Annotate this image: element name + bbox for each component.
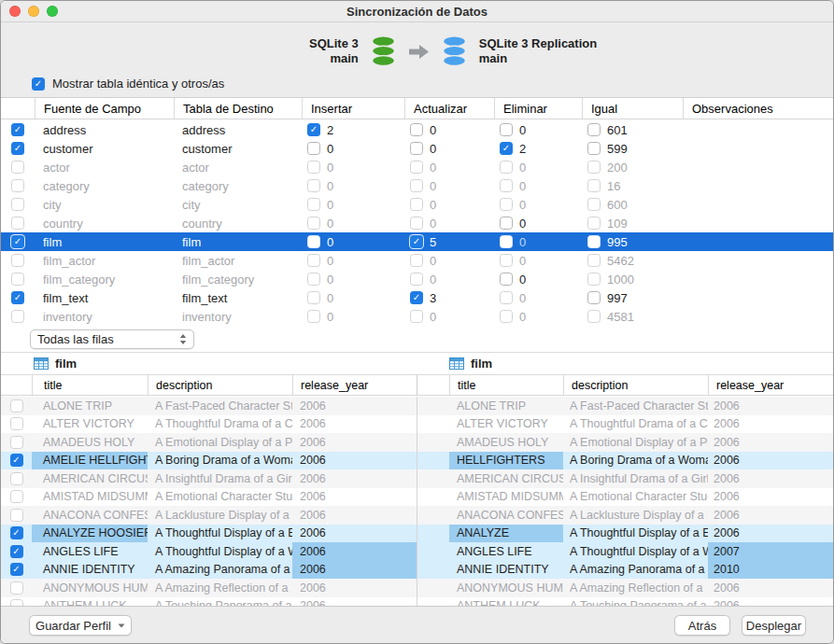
checkbox[interactable] [410,291,423,304]
checkbox[interactable] [587,217,601,230]
checkbox[interactable] [500,235,513,248]
checkbox[interactable] [500,123,513,136]
checkbox[interactable] [307,179,320,192]
rows-filter-dropdown[interactable]: Todas las filas [30,329,194,349]
sync-table-row[interactable]: film_textfilm_text030997 [1,288,833,307]
checkbox[interactable] [307,310,320,323]
checkbox[interactable] [10,545,23,558]
checkbox[interactable] [307,291,320,304]
checkbox[interactable] [10,436,23,449]
checkbox[interactable] [307,161,320,174]
deploy-button[interactable]: Desplegar [742,615,806,636]
sync-table-row[interactable]: actoractor000200 [1,158,833,176]
checkbox[interactable] [307,217,320,230]
checkbox[interactable] [587,291,601,304]
detail-table-row[interactable]: AMISTAD MIDSUMMERA Emotional Character S… [1,488,833,507]
checkbox[interactable] [11,254,24,267]
checkbox[interactable] [410,198,423,211]
detail-table-row[interactable]: ALTER VICTORYA Thoughtful Drama of a Cc2… [1,415,833,434]
checkbox[interactable] [10,509,23,522]
checkbox[interactable] [307,235,320,248]
sync-table-row[interactable]: addressaddress200601 [1,120,833,139]
checkbox[interactable] [10,526,23,539]
checkbox[interactable] [500,310,513,323]
show-identical-option[interactable]: Mostrar tabla idéntica y otros/as [32,77,224,91]
sync-table-row[interactable]: countrycountry000109 [1,214,833,232]
sync-table-row[interactable]: categorycategory00016 [1,176,833,195]
checkbox[interactable] [587,235,601,248]
checkbox[interactable] [587,310,601,323]
checkbox[interactable] [587,273,601,286]
checkbox[interactable] [500,161,513,174]
checkbox[interactable] [500,273,513,286]
checkbox[interactable] [307,254,320,267]
checkbox[interactable] [410,254,423,267]
checkbox[interactable] [587,142,601,155]
checkbox[interactable] [10,472,23,485]
checkbox[interactable] [307,273,320,286]
sync-table-row[interactable]: filmfilm050995 [1,232,833,251]
checkbox[interactable] [10,417,23,430]
sync-table-row[interactable]: customercustomer002599 [1,139,833,158]
checkbox[interactable] [410,217,423,230]
checkbox[interactable] [500,198,513,211]
checkbox[interactable] [410,310,423,323]
checkbox[interactable] [587,254,601,267]
checkbox[interactable] [587,123,601,136]
detail-table-row[interactable]: AMERICAN CIRCUSA Insightful Drama of a G… [1,469,833,488]
checkbox[interactable] [500,217,513,230]
checkbox[interactable] [10,454,23,467]
checkbox[interactable] [500,142,513,155]
sync-table-row[interactable]: film_actorfilm_actor0005462 [1,251,833,270]
checkbox[interactable] [587,198,601,211]
checkbox[interactable] [307,198,320,211]
checkbox[interactable] [11,161,24,174]
sync-table-row[interactable]: inventoryinventory0004581 [1,307,833,326]
show-identical-checkbox[interactable] [32,77,45,91]
checkbox[interactable] [307,142,320,155]
checkbox[interactable] [11,198,24,211]
checkbox[interactable] [410,179,423,192]
checkbox[interactable] [10,399,23,413]
checkbox[interactable] [500,179,513,192]
checkbox[interactable] [10,563,23,576]
checkbox[interactable] [410,142,423,155]
checkbox[interactable] [11,235,24,248]
checkbox[interactable] [10,490,23,503]
checkbox[interactable] [10,599,23,606]
save-profile-button[interactable]: Guardar Perfil [29,615,132,636]
checkbox[interactable] [11,217,24,230]
checkbox[interactable] [307,123,320,136]
detail-table-row[interactable]: ANACONA CONFESSIOA Lacklusture Display o… [1,506,833,525]
checkbox[interactable] [11,142,24,155]
sync-table-row[interactable]: citycity000600 [1,195,833,214]
close-button[interactable] [9,6,21,17]
detail-table-row[interactable]: ANTHEM LUCKA Touching Panorama of a2006A… [1,597,833,607]
minimize-button[interactable] [28,6,39,17]
detail-table-row[interactable]: ALONE TRIPA Fast-Paced Character Stuc200… [1,397,833,415]
checkbox[interactable] [410,235,423,248]
checkbox[interactable] [587,161,601,174]
sync-table-row[interactable]: film_categoryfilm_category0001000 [1,270,833,288]
checkbox[interactable] [500,254,513,267]
checkbox[interactable] [410,161,423,174]
detail-table-row[interactable]: ANALYZE HOOSIERSA Thoughtful Display of … [1,525,833,543]
detail-table-row[interactable]: AMADEUS HOLYA Emotional Display of a Pic… [1,433,833,452]
detail-table-row[interactable]: ANGLES LIFEA Thoughtful Display of a W20… [1,542,833,561]
checkbox[interactable] [587,179,601,192]
checkbox[interactable] [10,581,23,595]
checkbox[interactable] [11,123,24,136]
count-value: 0 [430,310,436,324]
checkbox[interactable] [11,291,24,304]
checkbox[interactable] [410,123,423,136]
checkbox[interactable] [11,273,24,286]
zoom-button[interactable] [47,6,58,17]
detail-table-row[interactable]: ANNIE IDENTITYA Amazing Panorama of a P2… [1,561,833,580]
detail-table-row[interactable]: AMELIE HELLFIGHTERSA Boring Drama of a W… [1,452,833,470]
back-button[interactable]: Atrás [674,615,730,636]
checkbox[interactable] [11,310,24,323]
checkbox[interactable] [11,179,24,192]
detail-table-row[interactable]: ANONYMOUS HUMANA Amazing Reflection of a… [1,579,833,597]
checkbox[interactable] [500,291,513,304]
checkbox[interactable] [410,273,423,286]
